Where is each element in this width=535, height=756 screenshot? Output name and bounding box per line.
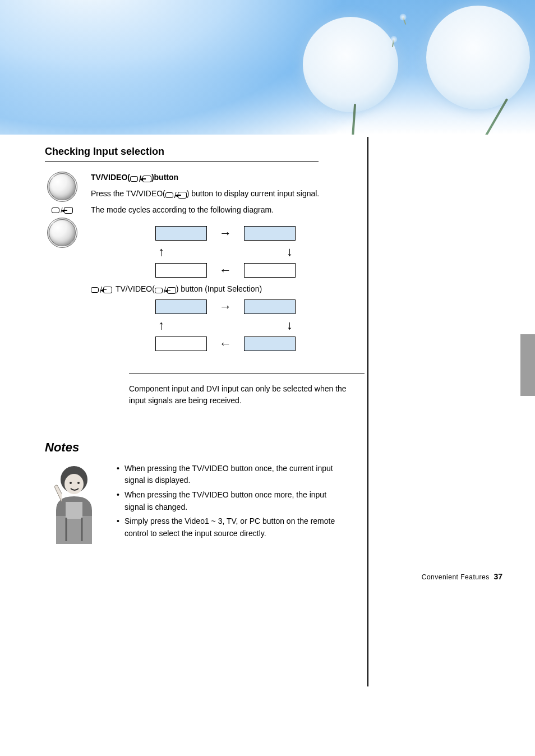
rect-arrow-icon — [103, 287, 112, 293]
diagram-box — [244, 299, 296, 314]
rect-icon — [91, 287, 99, 293]
rect-icon — [130, 176, 138, 182]
diagram-2-label: / TV/VIDEO(/) button (Input Selection) — [91, 283, 326, 296]
diagram-box — [155, 336, 207, 351]
arrow-up-icon: ↑ — [158, 243, 164, 261]
closing-divider — [129, 374, 365, 374]
rect-arrow-icon — [178, 192, 187, 199]
tv-video-glyph-label: / — [52, 206, 72, 214]
closing-note: Component input and DVI input can only b… — [129, 383, 365, 407]
diagram-box — [155, 263, 207, 278]
svg-rect-5 — [66, 502, 82, 519]
notes-item: When pressing the TV/VIDEO button once, … — [117, 463, 336, 487]
arrow-down-icon: ↓ — [287, 243, 293, 261]
arrow-up-icon: ↑ — [158, 316, 164, 334]
rect-icon — [165, 192, 173, 198]
notes-item: Simply press the Video1 ~ 3, TV, or PC b… — [117, 515, 336, 540]
arrow-right-icon: → — [219, 227, 232, 239]
page-number: 37 — [494, 572, 502, 581]
header-banner — [0, 0, 535, 135]
rect-icon — [52, 208, 59, 213]
dandelion-right — [426, 6, 530, 109]
arrow-right-icon: → — [219, 301, 232, 313]
arrow-down-icon: ↓ — [287, 316, 293, 334]
notes-list: When pressing the TV/VIDEO button once, … — [117, 463, 336, 542]
rect-arrow-icon — [64, 207, 73, 214]
button-illustration-column: / — [45, 172, 80, 248]
cycle-diagram-2: → ↑ ↓ ← — [130, 299, 321, 351]
person-illustration-icon — [45, 463, 107, 547]
round-button-top-icon — [47, 172, 77, 202]
rect-arrow-icon — [142, 176, 151, 182]
page-footer: Convenient Features 37 — [422, 572, 502, 581]
diagram-box — [244, 263, 296, 278]
diagram-box — [155, 226, 207, 241]
arrow-left-icon: ← — [219, 264, 232, 276]
diagram-box — [155, 299, 207, 314]
notes-item: When pressing the TV/VIDEO button once m… — [117, 489, 336, 513]
round-button-bottom-icon — [47, 218, 77, 248]
diagram-box — [244, 226, 296, 241]
arrow-left-icon: ← — [219, 338, 232, 350]
svg-point-1 — [64, 474, 84, 494]
page-content: Checking Input selection / TV/VIDEO(/)bu… — [0, 135, 535, 569]
diagram-box — [244, 336, 296, 351]
notes-section: Notes When pressing the TV/VIDEO button … — [45, 440, 336, 547]
svg-point-3 — [77, 482, 80, 484]
notes-heading: Notes — [45, 440, 336, 455]
cycle-diagram-1: → ↑ ↓ ← — [130, 226, 321, 278]
instruction-text: TV/VIDEO(/)button Press the TV/VIDEO(/) … — [91, 172, 326, 357]
rect-arrow-icon — [167, 287, 176, 294]
section-title: Checking Input selection — [45, 146, 319, 162]
rect-icon — [155, 288, 163, 293]
footer-section-label: Convenient Features — [422, 573, 490, 581]
dandelion-left — [303, 17, 398, 112]
svg-rect-4 — [56, 516, 92, 544]
svg-point-2 — [70, 482, 72, 484]
